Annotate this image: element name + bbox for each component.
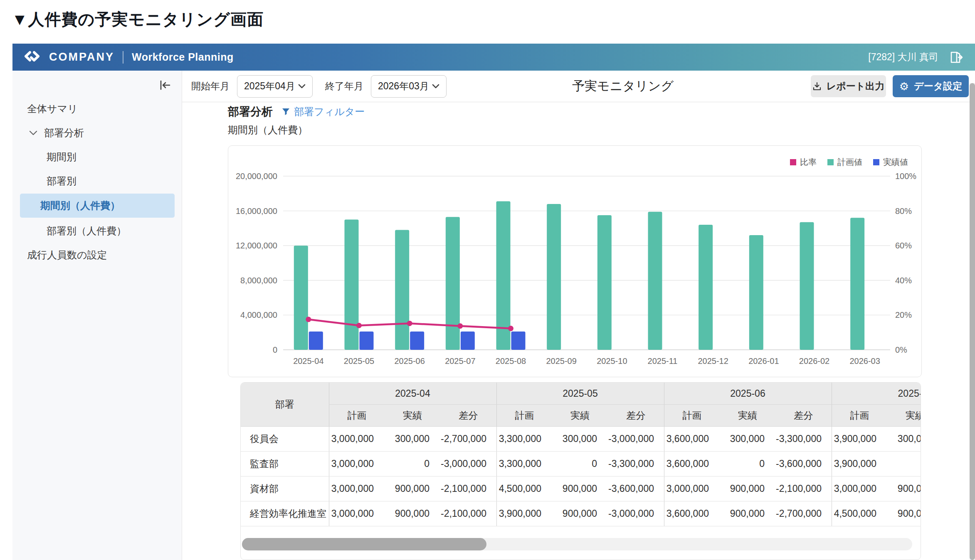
table-header-department: 部署 — [241, 383, 329, 427]
table-horizontal-scrollbar-thumb[interactable] — [242, 538, 486, 550]
start-month-select[interactable]: 2025年04月 — [237, 75, 313, 98]
table-cell-actual: 300,000 — [720, 427, 775, 452]
right-axis-tick-label: 100% — [895, 172, 916, 181]
table-row: 役員会3,000,000300,000-2,700,0003,300,00030… — [241, 427, 921, 452]
chevron-down-icon — [432, 84, 439, 89]
right-axis-tick-label: 80% — [895, 206, 912, 216]
x-axis-label: 2025-05 — [344, 356, 374, 366]
table-cell-plan: 3,000,000 — [832, 476, 887, 501]
table-header-month: 2025-05 — [496, 383, 664, 405]
table-row: 資材部3,000,000900,000-2,100,0004,500,00090… — [241, 476, 921, 501]
ratio-point — [508, 326, 513, 331]
x-axis-label: 2026-02 — [799, 356, 829, 366]
department-name-cell: 役員会 — [241, 427, 329, 452]
x-axis-label: 2025-06 — [394, 356, 425, 366]
table-subheader-diff: 差分 — [608, 405, 664, 427]
table-cell-actual: 900,000 — [720, 476, 775, 501]
table-cell-plan: 4,500,000 — [832, 501, 887, 526]
table-cell-actual: 300,000 — [887, 427, 921, 452]
plan-bar — [850, 218, 864, 350]
right-axis-tick-label: 60% — [895, 241, 912, 250]
gear-icon: ⚙ — [899, 81, 909, 92]
legend-item-actual: 実績値 — [873, 157, 908, 168]
labor-cost-table-card: 部署2025-042025-052025-062025-07計画実績差分計画実績… — [240, 382, 921, 560]
sidebar-item-overall-summary[interactable]: 全体サマリ — [12, 98, 197, 120]
table-cell-plan: 3,900,000 — [832, 427, 887, 452]
table-cell-actual: 900,000 — [552, 476, 608, 501]
legend-item-plan: 計画値 — [827, 157, 862, 168]
sidebar-item-projected-headcount-settings[interactable]: 成行人員数の設定 — [12, 244, 197, 266]
table-subheader-plan: 計画 — [496, 405, 552, 427]
table-cell-diff: -3,000,000 — [440, 452, 496, 476]
header-separator — [123, 51, 123, 64]
table-cell-diff: -2,700,000 — [440, 427, 496, 452]
plan-bar — [395, 230, 409, 350]
table-cell-diff: -3,000,000 — [608, 427, 664, 452]
sidebar-item-by-period[interactable]: 期間別 — [12, 146, 216, 168]
app-name: Workforce Planning — [132, 51, 234, 63]
table-subheader-actual: 実績 — [720, 405, 775, 427]
department-filter-link[interactable]: 部署フィルター — [282, 105, 365, 118]
app-header: COMPANY Workforce Planning [7282] 大川 真司 — [12, 44, 975, 71]
table-cell-plan: 3,600,000 — [664, 501, 720, 526]
table-row: 経営効率化推進室3,000,000900,000-2,100,0003,900,… — [241, 501, 921, 526]
x-axis-label: 2025-10 — [597, 356, 627, 366]
toolbar: 開始年月 2025年04月 終了年月 2026年03月 予実モニタリング レポー — [182, 71, 975, 102]
table-cell-plan: 3,300,000 — [496, 452, 552, 476]
table-cell-actual: 300,000 — [385, 427, 440, 452]
table-header-month: 2025-07 — [832, 383, 921, 405]
x-axis-label: 2026-01 — [748, 356, 779, 366]
x-axis-label: 2025-04 — [293, 356, 323, 366]
ratio-point — [407, 321, 412, 326]
table-cell-plan: 3,000,000 — [329, 501, 385, 526]
table-cell-plan: 3,000,000 — [329, 427, 385, 452]
download-icon — [812, 82, 822, 91]
table-row: 監査部3,000,0000-3,000,0003,300,0000-3,300,… — [241, 452, 921, 476]
table-cell-plan: 4,500,000 — [496, 476, 552, 501]
table-cell-diff: -2,700,000 — [775, 501, 832, 526]
department-name-cell: 監査部 — [241, 452, 329, 476]
plan-bar — [294, 246, 308, 350]
table-subheader-plan: 計画 — [832, 405, 887, 427]
table-cell-actual: 900,000 — [720, 501, 775, 526]
labor-cost-chart: 00%4,000,00020%8,000,00040%12,000,00060%… — [228, 146, 921, 377]
document-caption: ▼人件費の予実モニタリング画面 — [12, 8, 264, 31]
actual-bar — [410, 332, 424, 350]
end-month-select[interactable]: 2026年03月 — [371, 75, 447, 98]
page-vertical-scrollbar-thumb[interactable] — [970, 83, 975, 560]
table-cell-actual: 0 — [552, 452, 608, 476]
sidebar-item-by-period-labor-cost[interactable]: 期間別（人件費） — [20, 194, 175, 218]
plan-bar — [345, 220, 359, 350]
section-header: 部署分析 部署フィルター — [228, 104, 365, 119]
plan-bar — [749, 235, 763, 350]
table-subheader-actual: 実績 — [385, 405, 440, 427]
table-cell-actual: 0 — [720, 452, 775, 476]
end-month-value: 2026年03月 — [378, 80, 429, 93]
table-cell-actual: 900,000 — [887, 476, 921, 501]
section-title: 部署分析 — [228, 104, 273, 119]
table-subheader-diff: 差分 — [440, 405, 496, 427]
table-cell-plan: 3,300,000 — [496, 427, 552, 452]
table-cell-actual: 900,000 — [887, 501, 921, 526]
right-axis-tick-label: 20% — [895, 310, 912, 319]
sidebar-item-by-department-labor-cost[interactable]: 部署別（人件費） — [12, 220, 216, 242]
department-name-cell: 経営効率化推進室 — [241, 501, 329, 526]
plan-bar — [597, 215, 612, 350]
logout-icon[interactable] — [949, 51, 963, 64]
page-vertical-scrollbar[interactable] — [970, 83, 975, 560]
table-horizontal-scrollbar[interactable] — [242, 538, 912, 550]
company-logo-icon — [24, 51, 43, 64]
table-cell-actual: 900,000 — [385, 476, 440, 501]
sidebar-item-by-department[interactable]: 部署別 — [12, 170, 216, 192]
report-export-button[interactable]: レポート出力 — [811, 75, 886, 97]
table-subheader-plan: 計画 — [329, 405, 385, 427]
labor-cost-table: 部署2025-042025-052025-062025-07計画実績差分計画実績… — [241, 383, 921, 526]
actual-bar — [360, 332, 374, 350]
data-settings-button[interactable]: ⚙ データ設定 — [893, 75, 969, 97]
table-cell-actual: 0 — [385, 452, 440, 476]
sidebar-collapse-icon[interactable] — [159, 80, 171, 91]
page-title: 予実モニタリング — [572, 71, 674, 102]
table-cell-diff: -3,600,000 — [775, 452, 832, 476]
table-cell-plan: 3,900,000 — [496, 501, 552, 526]
sidebar-item-department-analysis[interactable]: 部署分析 — [12, 122, 182, 144]
